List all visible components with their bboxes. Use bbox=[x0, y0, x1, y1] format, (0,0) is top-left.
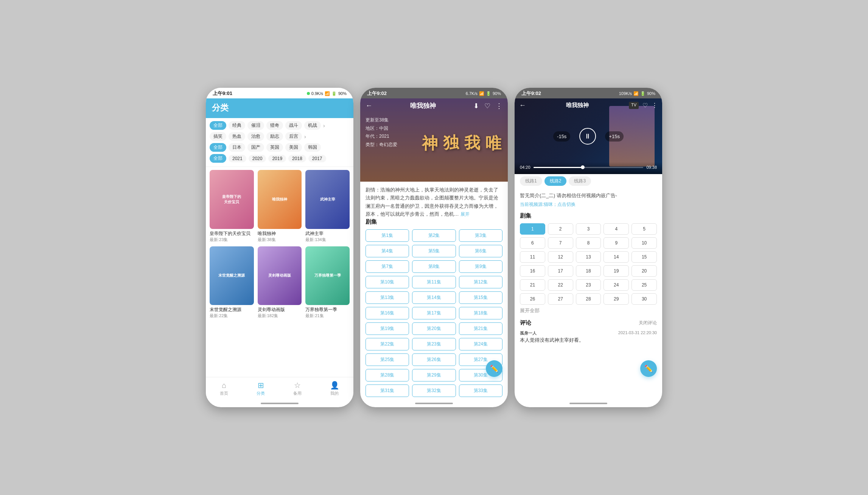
episode-btn[interactable]: 第23集 bbox=[412, 338, 456, 350]
list-item[interactable]: 皇帝陛下的天价宝贝 皇帝陛下的天价宝贝 最新:23集 bbox=[210, 170, 254, 243]
filter-strange[interactable]: 猎奇 bbox=[266, 121, 283, 130]
p3-episode-btn[interactable]: 6 bbox=[520, 237, 545, 249]
filter-2017[interactable]: 2017 bbox=[308, 155, 326, 162]
more-icon-detail[interactable]: ⋮ bbox=[496, 102, 502, 110]
episode-btn[interactable]: 第3集 bbox=[459, 229, 502, 242]
episode-btn[interactable]: 第32集 bbox=[412, 384, 456, 397]
p3-episode-btn[interactable]: 9 bbox=[604, 237, 629, 249]
nav-category[interactable]: ⊞ 分类 bbox=[257, 381, 265, 396]
episode-btn[interactable]: 第17集 bbox=[412, 307, 456, 319]
fab-button[interactable]: ✏️ bbox=[486, 360, 502, 377]
p3-episode-btn[interactable]: 22 bbox=[548, 279, 573, 291]
nav-backup[interactable]: ☆ 备用 bbox=[293, 381, 302, 396]
filter-2021[interactable]: 2021 bbox=[229, 155, 246, 162]
filter-uk[interactable]: 英国 bbox=[266, 143, 283, 152]
player-more-icon[interactable]: ⋮ bbox=[652, 102, 658, 109]
p3-episode-btn[interactable]: 28 bbox=[576, 293, 601, 305]
list-item[interactable]: 灵剑尊动画版 灵剑尊动画版 最新:182集 bbox=[258, 246, 302, 319]
episode-btn[interactable]: 第22集 bbox=[366, 338, 409, 350]
favorite-icon[interactable]: ♡ bbox=[484, 102, 490, 110]
filter-mech[interactable]: 机战 bbox=[304, 121, 321, 130]
p3-episode-btn[interactable]: 4 bbox=[604, 223, 629, 235]
filter-comedy[interactable]: 搞笑 bbox=[210, 132, 226, 141]
p3-episode-btn[interactable]: 1 bbox=[520, 223, 545, 235]
nav-home[interactable]: ⌂ 首页 bbox=[220, 381, 228, 396]
filter-all-year[interactable]: 全部 bbox=[210, 154, 226, 163]
p3-episode-btn[interactable]: 12 bbox=[548, 251, 573, 263]
p3-episode-btn[interactable]: 21 bbox=[520, 279, 545, 291]
p3-episode-btn[interactable]: 10 bbox=[632, 237, 657, 249]
episode-btn[interactable]: 第10集 bbox=[366, 276, 409, 288]
episode-btn[interactable]: 第7集 bbox=[366, 260, 409, 273]
episode-btn[interactable]: 第31集 bbox=[366, 384, 409, 397]
filter-2019[interactable]: 2019 bbox=[268, 155, 286, 162]
p3-episode-btn[interactable]: 13 bbox=[576, 251, 601, 263]
filter-all-1[interactable]: 全部 bbox=[210, 121, 226, 130]
filter-china[interactable]: 国产 bbox=[247, 143, 264, 152]
p3-episode-btn[interactable]: 15 bbox=[632, 251, 657, 263]
filter-us[interactable]: 美国 bbox=[285, 143, 302, 152]
p3-episode-btn[interactable]: 3 bbox=[576, 223, 601, 235]
more-icon-1[interactable]: › bbox=[323, 123, 325, 129]
comment-close-button[interactable]: 关闭评论 bbox=[639, 320, 657, 326]
episode-btn[interactable]: 第12集 bbox=[459, 276, 502, 288]
p3-episode-btn[interactable]: 29 bbox=[604, 293, 629, 305]
filter-all-region[interactable]: 全部 bbox=[210, 143, 226, 152]
filter-2020[interactable]: 2020 bbox=[249, 155, 266, 162]
episode-btn[interactable]: 第8集 bbox=[412, 260, 456, 273]
episode-btn[interactable]: 第9集 bbox=[459, 260, 502, 273]
episode-btn[interactable]: 第21集 bbox=[459, 322, 502, 335]
episode-btn[interactable]: 第24集 bbox=[459, 338, 502, 350]
filter-japan[interactable]: 日本 bbox=[229, 143, 245, 152]
p3-episode-btn[interactable]: 14 bbox=[604, 251, 629, 263]
episode-btn[interactable]: 第18集 bbox=[459, 307, 502, 319]
back-button[interactable]: ← bbox=[366, 102, 372, 110]
filter-heal[interactable]: 治愈 bbox=[247, 132, 264, 141]
p3-episode-btn[interactable]: 27 bbox=[548, 293, 573, 305]
list-item[interactable]: 万界独尊第一季 万界独尊第一季 最新:21集 bbox=[305, 246, 350, 319]
tv-icon[interactable]: TV bbox=[629, 102, 639, 109]
source-link[interactable]: 当前视频源:猫咪；点击切换 bbox=[520, 201, 657, 208]
filter-hot[interactable]: 热血 bbox=[229, 132, 245, 141]
p3-episode-btn[interactable]: 2 bbox=[548, 223, 573, 235]
list-item[interactable]: 唯我独神 唯我独神 最新:38集 bbox=[258, 170, 302, 243]
episode-btn[interactable]: 第5集 bbox=[412, 245, 456, 257]
p3-episode-btn[interactable]: 5 bbox=[632, 223, 657, 235]
episode-btn[interactable]: 第4集 bbox=[366, 245, 409, 257]
list-item[interactable]: 武神主宰 武神主宰 最新:134集 bbox=[305, 170, 350, 243]
filter-inspire[interactable]: 励志 bbox=[266, 132, 283, 141]
nav-mine[interactable]: 👤 我的 bbox=[330, 381, 339, 396]
episode-btn[interactable]: 第29集 bbox=[412, 369, 456, 381]
list-item[interactable]: 末世觉醒之溯源 末世觉醒之溯源 最新:22集 bbox=[210, 246, 254, 319]
play-pause-button[interactable]: ⏸ bbox=[579, 128, 596, 145]
episode-btn[interactable]: 第28集 bbox=[366, 369, 409, 381]
episode-btn[interactable]: 第13集 bbox=[366, 291, 409, 304]
filter-tears[interactable]: 催泪 bbox=[247, 121, 264, 130]
p3-episode-btn[interactable]: 23 bbox=[576, 279, 601, 291]
p3-episode-btn[interactable]: 17 bbox=[548, 265, 573, 277]
p3-episode-btn[interactable]: 26 bbox=[520, 293, 545, 305]
filter-harem[interactable]: 后宫 bbox=[285, 132, 302, 141]
p3-episode-btn[interactable]: 20 bbox=[632, 265, 657, 277]
p3-episode-btn[interactable]: 11 bbox=[520, 251, 545, 263]
episode-btn[interactable]: 第26集 bbox=[412, 353, 456, 366]
filter-battle[interactable]: 战斗 bbox=[285, 121, 302, 130]
episode-btn[interactable]: 第16集 bbox=[366, 307, 409, 319]
episode-btn[interactable]: 第6集 bbox=[459, 245, 502, 257]
route-tab-2[interactable]: 线路2 bbox=[544, 176, 567, 186]
episode-btn[interactable]: 第15集 bbox=[459, 291, 502, 304]
route-tab-1[interactable]: 线路1 bbox=[520, 176, 542, 186]
p3-episode-btn[interactable]: 24 bbox=[604, 279, 629, 291]
route-tab-3[interactable]: 线路3 bbox=[569, 176, 591, 186]
episode-btn[interactable]: 第20集 bbox=[412, 322, 456, 335]
episode-btn[interactable]: 第1集 bbox=[366, 229, 409, 242]
seekbar[interactable] bbox=[534, 167, 644, 168]
expand-all-button[interactable]: 展开全部 bbox=[520, 308, 657, 314]
player-favorite-icon[interactable]: ♡ bbox=[642, 102, 648, 109]
download-icon[interactable]: ⬇ bbox=[473, 102, 479, 110]
episode-btn[interactable]: 第2集 bbox=[412, 229, 456, 242]
episode-btn[interactable]: 第14集 bbox=[412, 291, 456, 304]
more-icon-2[interactable]: › bbox=[304, 134, 306, 140]
skip-forward-button[interactable]: +15s bbox=[605, 131, 624, 142]
expand-button[interactable]: 展开 bbox=[460, 212, 470, 217]
